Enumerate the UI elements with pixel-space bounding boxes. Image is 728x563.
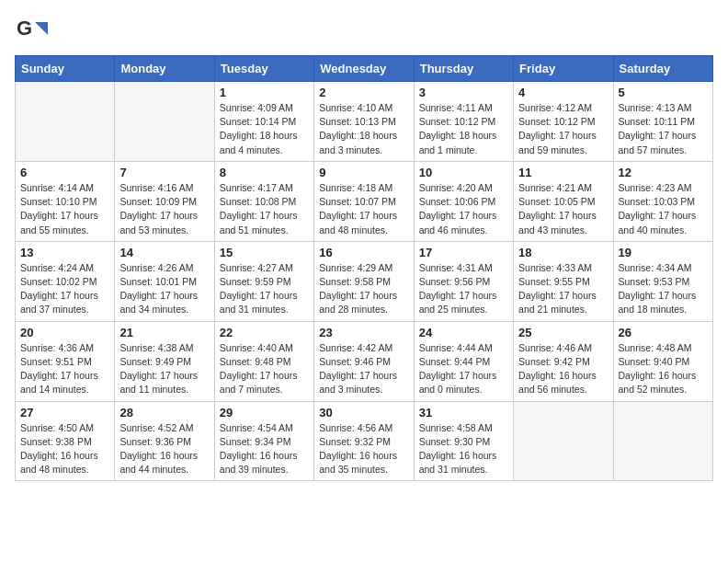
- calendar-week-5: 27Sunrise: 4:50 AM Sunset: 9:38 PM Dayli…: [16, 401, 713, 481]
- day-number: 21: [119, 326, 209, 339]
- calendar-day-15: 15Sunrise: 4:27 AM Sunset: 9:59 PM Dayli…: [214, 241, 313, 321]
- calendar-day-26: 26Sunrise: 4:48 AM Sunset: 9:40 PM Dayli…: [613, 321, 712, 401]
- calendar-day-3: 3Sunrise: 4:11 AM Sunset: 10:12 PM Dayli…: [414, 82, 513, 162]
- calendar-day-1: 1Sunrise: 4:09 AM Sunset: 10:14 PM Dayli…: [214, 82, 313, 162]
- day-info: Sunrise: 4:26 AM Sunset: 10:01 PM Daylig…: [119, 261, 209, 317]
- day-info: Sunrise: 4:52 AM Sunset: 9:36 PM Dayligh…: [119, 421, 209, 477]
- day-number: 28: [119, 406, 209, 419]
- calendar-day-31: 31Sunrise: 4:58 AM Sunset: 9:30 PM Dayli…: [414, 401, 513, 481]
- day-info: Sunrise: 4:16 AM Sunset: 10:09 PM Daylig…: [119, 181, 209, 237]
- calendar-day-27: 27Sunrise: 4:50 AM Sunset: 9:38 PM Dayli…: [16, 401, 115, 481]
- weekday-header-tuesday: Tuesday: [214, 56, 313, 82]
- calendar-day-4: 4Sunrise: 4:12 AM Sunset: 10:12 PM Dayli…: [514, 82, 613, 162]
- day-info: Sunrise: 4:13 AM Sunset: 10:11 PM Daylig…: [619, 101, 708, 157]
- calendar-day-10: 10Sunrise: 4:20 AM Sunset: 10:06 PM Dayl…: [414, 161, 513, 241]
- calendar-day-24: 24Sunrise: 4:44 AM Sunset: 9:44 PM Dayli…: [414, 321, 513, 401]
- day-number: 3: [419, 86, 508, 99]
- day-info: Sunrise: 4:21 AM Sunset: 10:05 PM Daylig…: [518, 181, 608, 237]
- day-number: 8: [220, 166, 309, 179]
- calendar-day-11: 11Sunrise: 4:21 AM Sunset: 10:05 PM Dayl…: [514, 161, 613, 241]
- day-info: Sunrise: 4:31 AM Sunset: 9:56 PM Dayligh…: [419, 261, 508, 317]
- day-info: Sunrise: 4:23 AM Sunset: 10:03 PM Daylig…: [619, 181, 708, 237]
- day-number: 20: [20, 326, 109, 339]
- day-info: Sunrise: 4:20 AM Sunset: 10:06 PM Daylig…: [419, 181, 508, 237]
- calendar-week-3: 13Sunrise: 4:24 AM Sunset: 10:02 PM Dayl…: [16, 241, 713, 321]
- calendar: SundayMondayTuesdayWednesdayThursdayFrid…: [15, 55, 713, 481]
- day-info: Sunrise: 4:36 AM Sunset: 9:51 PM Dayligh…: [20, 341, 109, 397]
- day-info: Sunrise: 4:18 AM Sunset: 10:07 PM Daylig…: [319, 181, 408, 237]
- day-info: Sunrise: 4:38 AM Sunset: 9:49 PM Dayligh…: [119, 341, 209, 397]
- calendar-day-16: 16Sunrise: 4:29 AM Sunset: 9:58 PM Dayli…: [314, 241, 414, 321]
- weekday-header-sunday: Sunday: [16, 56, 115, 82]
- day-number: 12: [619, 166, 708, 179]
- day-number: 13: [20, 246, 109, 259]
- day-info: Sunrise: 4:09 AM Sunset: 10:14 PM Daylig…: [220, 101, 309, 157]
- day-info: Sunrise: 4:11 AM Sunset: 10:12 PM Daylig…: [419, 101, 508, 157]
- day-info: Sunrise: 4:56 AM Sunset: 9:32 PM Dayligh…: [319, 421, 408, 477]
- day-info: Sunrise: 4:24 AM Sunset: 10:02 PM Daylig…: [20, 261, 109, 317]
- day-number: 22: [220, 326, 309, 339]
- day-info: Sunrise: 4:42 AM Sunset: 9:46 PM Dayligh…: [319, 341, 408, 397]
- calendar-day-empty: [16, 82, 115, 162]
- weekday-header-row: SundayMondayTuesdayWednesdayThursdayFrid…: [16, 56, 713, 82]
- day-info: Sunrise: 4:46 AM Sunset: 9:42 PM Dayligh…: [518, 341, 608, 397]
- calendar-day-21: 21Sunrise: 4:38 AM Sunset: 9:49 PM Dayli…: [115, 321, 214, 401]
- svg-text:G: G: [17, 17, 32, 40]
- calendar-day-8: 8Sunrise: 4:17 AM Sunset: 10:08 PM Dayli…: [214, 161, 313, 241]
- calendar-day-30: 30Sunrise: 4:56 AM Sunset: 9:32 PM Dayli…: [314, 401, 414, 481]
- day-number: 16: [319, 246, 408, 259]
- day-number: 29: [220, 406, 309, 419]
- day-number: 15: [220, 246, 309, 259]
- calendar-day-empty: [115, 82, 214, 162]
- day-number: 23: [319, 326, 408, 339]
- calendar-day-28: 28Sunrise: 4:52 AM Sunset: 9:36 PM Dayli…: [115, 401, 214, 481]
- calendar-day-5: 5Sunrise: 4:13 AM Sunset: 10:11 PM Dayli…: [613, 82, 712, 162]
- day-number: 10: [419, 166, 508, 179]
- weekday-header-wednesday: Wednesday: [314, 56, 414, 82]
- day-number: 30: [319, 406, 408, 419]
- day-info: Sunrise: 4:17 AM Sunset: 10:08 PM Daylig…: [220, 181, 309, 237]
- calendar-day-empty: [514, 401, 613, 481]
- day-info: Sunrise: 4:40 AM Sunset: 9:48 PM Dayligh…: [220, 341, 309, 397]
- day-info: Sunrise: 4:48 AM Sunset: 9:40 PM Dayligh…: [619, 341, 708, 397]
- header: G: [15, 15, 713, 48]
- calendar-day-7: 7Sunrise: 4:16 AM Sunset: 10:09 PM Dayli…: [115, 161, 214, 241]
- calendar-day-empty: [613, 401, 712, 481]
- day-number: 26: [619, 326, 708, 339]
- day-info: Sunrise: 4:34 AM Sunset: 9:53 PM Dayligh…: [619, 261, 708, 317]
- logo-icon: G: [15, 15, 48, 48]
- weekday-header-monday: Monday: [115, 56, 214, 82]
- weekday-header-friday: Friday: [514, 56, 613, 82]
- calendar-week-1: 1Sunrise: 4:09 AM Sunset: 10:14 PM Dayli…: [16, 82, 713, 162]
- day-number: 4: [518, 86, 608, 99]
- weekday-header-thursday: Thursday: [414, 56, 513, 82]
- day-number: 27: [20, 406, 109, 419]
- day-info: Sunrise: 4:10 AM Sunset: 10:13 PM Daylig…: [319, 101, 408, 157]
- calendar-day-18: 18Sunrise: 4:33 AM Sunset: 9:55 PM Dayli…: [514, 241, 613, 321]
- day-number: 9: [319, 166, 408, 179]
- day-number: 2: [319, 86, 408, 99]
- calendar-day-23: 23Sunrise: 4:42 AM Sunset: 9:46 PM Dayli…: [314, 321, 414, 401]
- day-number: 17: [419, 246, 508, 259]
- day-info: Sunrise: 4:27 AM Sunset: 9:59 PM Dayligh…: [220, 261, 309, 317]
- calendar-day-25: 25Sunrise: 4:46 AM Sunset: 9:42 PM Dayli…: [514, 321, 613, 401]
- day-info: Sunrise: 4:54 AM Sunset: 9:34 PM Dayligh…: [220, 421, 309, 477]
- day-info: Sunrise: 4:12 AM Sunset: 10:12 PM Daylig…: [518, 101, 608, 157]
- calendar-week-4: 20Sunrise: 4:36 AM Sunset: 9:51 PM Dayli…: [16, 321, 713, 401]
- day-info: Sunrise: 4:14 AM Sunset: 10:10 PM Daylig…: [20, 181, 109, 237]
- calendar-day-20: 20Sunrise: 4:36 AM Sunset: 9:51 PM Dayli…: [16, 321, 115, 401]
- day-number: 5: [619, 86, 708, 99]
- day-number: 18: [518, 246, 608, 259]
- day-info: Sunrise: 4:50 AM Sunset: 9:38 PM Dayligh…: [20, 421, 109, 477]
- day-info: Sunrise: 4:44 AM Sunset: 9:44 PM Dayligh…: [419, 341, 508, 397]
- calendar-day-6: 6Sunrise: 4:14 AM Sunset: 10:10 PM Dayli…: [16, 161, 115, 241]
- calendar-day-19: 19Sunrise: 4:34 AM Sunset: 9:53 PM Dayli…: [613, 241, 712, 321]
- weekday-header-saturday: Saturday: [613, 56, 712, 82]
- day-number: 24: [419, 326, 508, 339]
- calendar-day-22: 22Sunrise: 4:40 AM Sunset: 9:48 PM Dayli…: [214, 321, 313, 401]
- day-number: 6: [20, 166, 109, 179]
- calendar-day-17: 17Sunrise: 4:31 AM Sunset: 9:56 PM Dayli…: [414, 241, 513, 321]
- calendar-day-14: 14Sunrise: 4:26 AM Sunset: 10:01 PM Dayl…: [115, 241, 214, 321]
- day-info: Sunrise: 4:33 AM Sunset: 9:55 PM Dayligh…: [518, 261, 608, 317]
- day-number: 11: [518, 166, 608, 179]
